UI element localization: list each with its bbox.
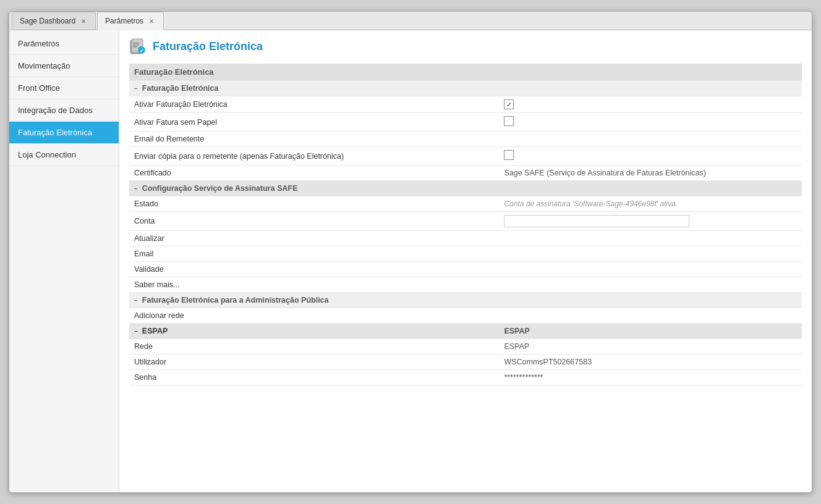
collapse-safe-icon[interactable]: − bbox=[134, 185, 138, 192]
value-ativar-fat-el bbox=[499, 96, 802, 113]
value-ativar-fat-papel bbox=[499, 113, 802, 132]
row-utilizador: Utilizador WSCommsPT502667583 bbox=[129, 355, 802, 370]
value-email-remetente bbox=[499, 132, 802, 147]
page-title: Faturação Eletrónica bbox=[153, 40, 263, 53]
row-adicionar-rede: Adicionar rede bbox=[129, 308, 802, 324]
main-layout: Parâmetros Movimentação Front Office Int… bbox=[9, 30, 812, 492]
group-espap: − ESPAP ESPAP bbox=[129, 324, 802, 339]
tab-sage-dashboard-label: Sage Dashboard bbox=[20, 17, 75, 25]
sidebar-item-front-office[interactable]: Front Office bbox=[9, 77, 119, 99]
collapse-fat-el-icon[interactable]: − bbox=[134, 85, 138, 92]
row-email-safe: Email bbox=[129, 246, 802, 262]
value-atualizar bbox=[499, 231, 802, 246]
param-table: Faturação Eletrónica − Faturação Eletrón… bbox=[129, 64, 802, 385]
value-conta[interactable] bbox=[499, 212, 802, 231]
sidebar-item-movimentacao[interactable]: Movimentação bbox=[9, 55, 119, 77]
label-validade: Validade bbox=[129, 262, 499, 277]
group-config-safe: − Configuração Serviço de Assinatura SAF… bbox=[129, 181, 802, 196]
label-saber-mais: Saber mais... bbox=[129, 277, 499, 293]
sidebar: Parâmetros Movimentação Front Office Int… bbox=[9, 30, 119, 492]
row-saber-mais: Saber mais... bbox=[129, 277, 802, 293]
label-enviar-copia: Enviar cópia para o remetente (apenas Fa… bbox=[129, 147, 499, 166]
row-rede: Rede ESPAP bbox=[129, 339, 802, 355]
label-conta: Conta bbox=[129, 212, 499, 231]
row-validade: Validade bbox=[129, 262, 802, 277]
page-header: ✓ Faturação Eletrónica bbox=[129, 38, 802, 55]
sidebar-item-integracao-dados[interactable]: Integração de Dados bbox=[9, 99, 119, 122]
group-faturacao-eletronica: − Faturação Eletrónica bbox=[129, 81, 802, 96]
content-area: ✓ Faturação Eletrónica Faturação Eletrón… bbox=[119, 30, 812, 492]
value-email-safe bbox=[499, 246, 802, 262]
svg-rect-3 bbox=[133, 44, 139, 46]
row-certificado: Certificado Sage SAFE (Serviço de Assina… bbox=[129, 166, 802, 181]
row-atualizar: Atualizar bbox=[129, 231, 802, 246]
row-enviar-copia: Enviar cópia para o remetente (apenas Fa… bbox=[129, 147, 802, 166]
label-certificado: Certificado bbox=[129, 166, 499, 181]
value-estado: Conta de assinatura 'Software-Sage-4946e… bbox=[499, 196, 802, 212]
value-certificado: Sage SAFE (Serviço de Assinatura de Fatu… bbox=[499, 166, 802, 181]
label-email-safe: Email bbox=[129, 246, 499, 262]
label-email-remetente: Email do Remetente bbox=[129, 132, 499, 147]
value-senha: ************* bbox=[499, 370, 802, 385]
svg-text:✓: ✓ bbox=[140, 48, 144, 54]
row-ativar-fat-papel: Ativar Fatura sem Papel bbox=[129, 113, 802, 132]
row-conta: Conta bbox=[129, 212, 802, 231]
tab-sage-dashboard[interactable]: Sage Dashboard ✕ bbox=[12, 12, 96, 30]
value-adicionar-rede bbox=[499, 308, 802, 324]
tab-sage-dashboard-close[interactable]: ✕ bbox=[79, 17, 88, 25]
value-enviar-copia bbox=[499, 147, 802, 166]
breadcrumb-label: Faturação Eletrónica bbox=[129, 64, 802, 81]
collapse-adm-icon[interactable]: − bbox=[134, 297, 138, 304]
label-adicionar-rede: Adicionar rede bbox=[129, 308, 499, 324]
label-ativar-fat-papel: Ativar Fatura sem Papel bbox=[129, 113, 499, 132]
collapse-espap-icon[interactable]: − bbox=[134, 328, 138, 335]
row-senha: Senha ************* bbox=[129, 370, 802, 385]
sidebar-item-faturacao-eletronica[interactable]: Faturação Eletrónica bbox=[9, 122, 119, 144]
value-rede: ESPAP bbox=[499, 339, 802, 355]
value-saber-mais bbox=[499, 277, 802, 293]
row-estado: Estado Conta de assinatura 'Software-Sag… bbox=[129, 196, 802, 212]
sidebar-item-parametros[interactable]: Parâmetros bbox=[9, 33, 119, 55]
label-utilizador: Utilizador bbox=[129, 355, 499, 370]
group-adm-publica: − Faturação Eletrónica para a Administra… bbox=[129, 293, 802, 308]
row-email-remetente: Email do Remetente bbox=[129, 132, 802, 147]
label-senha: Senha bbox=[129, 370, 499, 385]
label-atualizar: Atualizar bbox=[129, 231, 499, 246]
checkbox-ativar-fat-el[interactable] bbox=[504, 99, 514, 109]
tab-parametros[interactable]: Parâmetros ✕ bbox=[97, 12, 164, 30]
value-utilizador: WSCommsPT502667583 bbox=[499, 355, 802, 370]
main-window: Sage Dashboard ✕ Parâmetros ✕ Parâmetros… bbox=[9, 11, 812, 493]
sidebar-item-loja-connection[interactable]: Loja Connection bbox=[9, 144, 119, 166]
checkbox-ativar-fat-papel[interactable] bbox=[504, 116, 514, 126]
svg-rect-2 bbox=[133, 43, 139, 44]
label-estado: Estado bbox=[129, 196, 499, 212]
tab-bar: Sage Dashboard ✕ Parâmetros ✕ bbox=[9, 12, 812, 30]
label-rede: Rede bbox=[129, 339, 499, 355]
input-conta[interactable] bbox=[504, 215, 689, 227]
row-ativar-fat-el: Ativar Faturação Eletrónica bbox=[129, 96, 802, 113]
page-header-icon: ✓ bbox=[129, 38, 147, 55]
label-ativar-fat-el: Ativar Faturação Eletrónica bbox=[129, 96, 499, 113]
value-espap-header: ESPAP bbox=[499, 324, 802, 339]
tab-parametros-label: Parâmetros bbox=[105, 17, 143, 25]
value-validade bbox=[499, 262, 802, 277]
checkbox-enviar-copia[interactable] bbox=[504, 150, 514, 160]
breadcrumb-row: Faturação Eletrónica bbox=[129, 64, 802, 81]
svg-rect-4 bbox=[133, 46, 137, 48]
tab-parametros-close[interactable]: ✕ bbox=[147, 17, 156, 25]
